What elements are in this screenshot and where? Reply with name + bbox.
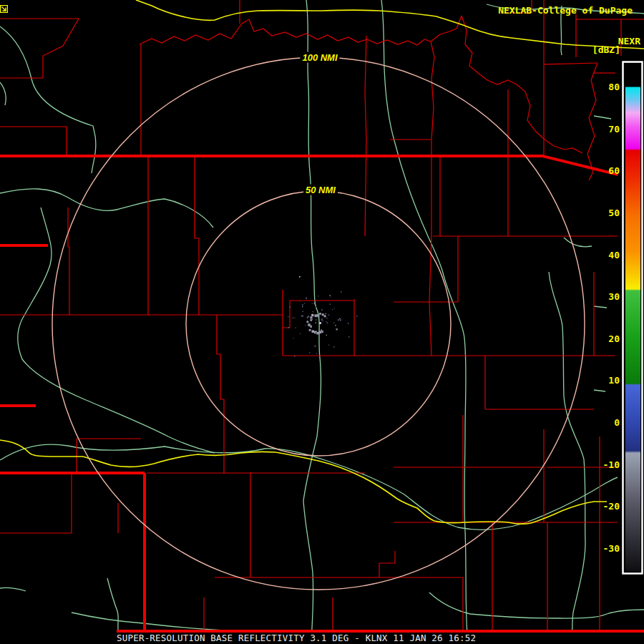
colorbar-tick--30: -30 bbox=[587, 543, 620, 555]
primary-roads-layer bbox=[0, 0, 644, 524]
colorbar-tick--20: -20 bbox=[587, 501, 620, 512]
colorbar-tick-70: 70 bbox=[587, 124, 620, 135]
colorbar-tick-0: 0 bbox=[587, 417, 620, 429]
range-rings bbox=[52, 57, 585, 590]
colorbar-tick--10: -10 bbox=[587, 459, 620, 471]
radar-echo bbox=[288, 276, 357, 357]
page-title[interactable]: NEXLAB-College of DuPage bbox=[498, 5, 633, 16]
colorbar-title: NEXR bbox=[618, 36, 640, 47]
status-bar: SUPER-RESOLUTION BASE REFLECTIVITY 3.1 D… bbox=[0, 633, 644, 644]
colorbar-tick-40: 40 bbox=[587, 250, 620, 261]
range-ring-100nmi bbox=[52, 57, 585, 590]
colorbar-tick-80: 80 bbox=[587, 82, 620, 93]
range-label-50nmi: 50 NMI bbox=[303, 185, 338, 195]
colorbar-tick-20: 20 bbox=[587, 333, 620, 345]
colorbar-tick-60: 60 bbox=[587, 165, 620, 177]
radar-display: NEXLAB-College of DuPage NEXR [dBZ] 8070… bbox=[0, 0, 644, 644]
colorbar-tick-50: 50 bbox=[587, 208, 620, 219]
colorbar-units: [dBZ] bbox=[592, 44, 620, 55]
reflectivity-colorbar bbox=[623, 62, 643, 574]
colorbar-tick-10: 10 bbox=[587, 375, 620, 386]
status-text: SUPER-RESOLUTION BASE REFLECTIVITY 3.1 D… bbox=[117, 633, 476, 643]
range-ring-50nmi bbox=[186, 191, 451, 456]
map-canvas bbox=[0, 0, 644, 644]
colorbar-tick-30: 30 bbox=[587, 291, 620, 303]
range-label-100nmi: 100 NMI bbox=[300, 52, 339, 63]
external-link-icon[interactable] bbox=[0, 5, 8, 13]
colorbar-gradient bbox=[625, 64, 640, 572]
